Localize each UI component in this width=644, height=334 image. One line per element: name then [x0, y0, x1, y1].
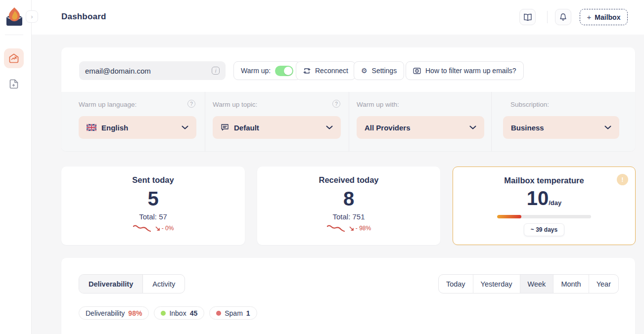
- received-today-value: 8: [257, 189, 440, 209]
- band-divider: [491, 92, 492, 151]
- spam-badge[interactable]: Spam 1: [209, 306, 257, 320]
- sent-today-title: Sent today: [61, 175, 245, 185]
- received-today-title: Received today: [257, 175, 440, 185]
- docs-button[interactable]: [519, 9, 536, 25]
- band-divider: [349, 92, 349, 151]
- range-yesterday[interactable]: Yesterday: [473, 275, 520, 293]
- chevron-down-icon: [469, 125, 476, 129]
- received-today-card: Received today 8 Total: 751 - 98%: [257, 167, 440, 245]
- received-trend: - 98%: [257, 224, 440, 233]
- range-month[interactable]: Month: [553, 275, 588, 293]
- tab-deliverability[interactable]: Deliverability: [79, 275, 143, 293]
- reconnect-icon: [303, 67, 311, 75]
- email-input[interactable]: email@domain.com i: [79, 61, 226, 80]
- warmup-language-value: English: [101, 124, 177, 132]
- received-today-total: Total: 751: [257, 212, 440, 221]
- inbox-badge-value: 45: [190, 309, 198, 317]
- temperature-title: Mailbox temperature: [453, 176, 635, 185]
- warmup-language-label: Warm up language:: [79, 101, 137, 108]
- help-icon[interactable]: ?: [187, 100, 195, 108]
- warmup-language-dropdown[interactable]: English: [79, 116, 196, 139]
- inbox-badge-label: Inbox: [169, 309, 186, 317]
- sidebar: ›: [0, 0, 32, 334]
- trend-down-arrow-icon: [155, 226, 160, 231]
- bell-icon: [559, 13, 567, 21]
- warmup-with-dropdown[interactable]: All Providers: [357, 116, 484, 139]
- tab-activity[interactable]: Activity: [143, 275, 184, 293]
- add-mailbox-button[interactable]: + Mailbox: [580, 9, 628, 25]
- temperature-unit: /day: [549, 200, 561, 206]
- warmup-with-label: Warm up with:: [357, 101, 399, 108]
- notifications-button[interactable]: [555, 9, 571, 25]
- range-today[interactable]: Today: [439, 275, 473, 293]
- range-week[interactable]: Week: [520, 275, 553, 293]
- subscription-label: Subscription:: [510, 101, 549, 108]
- uk-flag-icon: [87, 124, 96, 131]
- range-year[interactable]: Year: [589, 275, 618, 293]
- chevron-down-icon: [326, 125, 333, 129]
- how-to-filter-button[interactable]: How to filter warm up emails?: [406, 61, 524, 80]
- analytics-panel: Deliverability Activity Today Yesterday …: [61, 258, 635, 334]
- trend-down-arrow-icon: [349, 226, 354, 231]
- date-range-selector: Today Yesterday Week Month Year: [438, 274, 619, 293]
- sidebar-item-dashboard[interactable]: [4, 48, 24, 68]
- inbox-badge[interactable]: Inbox 45: [154, 306, 204, 320]
- temperature-progress-bar: [497, 215, 591, 218]
- settings-label: Settings: [372, 67, 397, 75]
- temperature-value-row: 10 /day: [453, 188, 635, 208]
- app-logo-flame-icon: [4, 6, 24, 27]
- spam-badge-label: Spam: [225, 309, 243, 317]
- chat-bubble-icon: [221, 124, 229, 131]
- sent-trend-pct: - 0%: [162, 225, 174, 232]
- warmup-topic-value: Default: [234, 124, 321, 132]
- mailbox-temperature-card: ! Mailbox temperature 10 /day ~ 39 days: [453, 167, 636, 245]
- chevron-down-icon: [182, 125, 188, 129]
- header: Dashboard + Mailbox: [32, 0, 644, 35]
- warmup-with-value: All Providers: [365, 124, 464, 132]
- chevron-right-icon: ›: [31, 13, 33, 20]
- add-mailbox-label: Mailbox: [595, 13, 620, 21]
- email-value: email@domain.com: [85, 67, 212, 75]
- warmup-toggle[interactable]: [275, 66, 293, 76]
- deliverability-badge-label: Deliverability: [86, 309, 125, 317]
- sent-today-card: Sent today 5 Total: 57 - 0%: [61, 167, 245, 245]
- reconnect-button[interactable]: Reconnect: [296, 61, 356, 80]
- sidebar-item-add-report[interactable]: [4, 74, 24, 94]
- warning-icon[interactable]: !: [617, 174, 628, 185]
- video-tutorial-icon: [413, 67, 421, 74]
- temperature-value: 10: [527, 188, 549, 208]
- warmup-topic-dropdown[interactable]: Default: [213, 116, 341, 139]
- home-chart-icon: [8, 52, 20, 64]
- book-icon: [523, 13, 532, 21]
- warmup-toggle-group: Warm up:: [233, 61, 301, 80]
- toggle-knob: [284, 67, 292, 75]
- subscription-dropdown[interactable]: Business: [503, 116, 619, 139]
- trend-sparkline-icon: [133, 224, 153, 233]
- deliverability-badge[interactable]: Deliverability 98%: [79, 306, 149, 320]
- analytics-tabs: Deliverability Activity: [79, 274, 185, 293]
- deliverability-badge-value: 98%: [128, 309, 142, 317]
- gear-icon: ⚙: [361, 67, 368, 74]
- subscription-value: Business: [511, 124, 599, 132]
- warmup-options-band: Warm up language: ? English: [61, 92, 635, 151]
- warmup-topic-label: Warm up topic:: [213, 101, 257, 108]
- plus-icon: +: [587, 13, 592, 21]
- sidebar-divider: [5, 35, 23, 35]
- warmup-toggle-label: Warm up:: [241, 67, 271, 75]
- spam-badge-value: 1: [246, 309, 250, 317]
- inbox-dot-icon: [161, 311, 166, 316]
- page-title: Dashboard: [61, 12, 106, 22]
- header-divider: [547, 11, 548, 23]
- trend-sparkline-icon: [326, 224, 347, 233]
- spam-dot-icon: [216, 311, 221, 316]
- band-divider: [205, 92, 205, 151]
- help-icon[interactable]: ?: [332, 100, 340, 108]
- temperature-progress-fill: [497, 215, 521, 218]
- how-to-filter-label: How to filter warm up emails?: [425, 67, 516, 75]
- sent-today-value: 5: [61, 189, 245, 209]
- sent-trend: - 0%: [61, 224, 245, 233]
- sent-today-total: Total: 57: [61, 212, 245, 221]
- settings-button[interactable]: ⚙ Settings: [354, 61, 404, 80]
- sidebar-collapse-button[interactable]: ›: [26, 10, 38, 23]
- mailbox-settings-card: email@domain.com i Warm up: Reconnect ⚙ …: [61, 47, 635, 151]
